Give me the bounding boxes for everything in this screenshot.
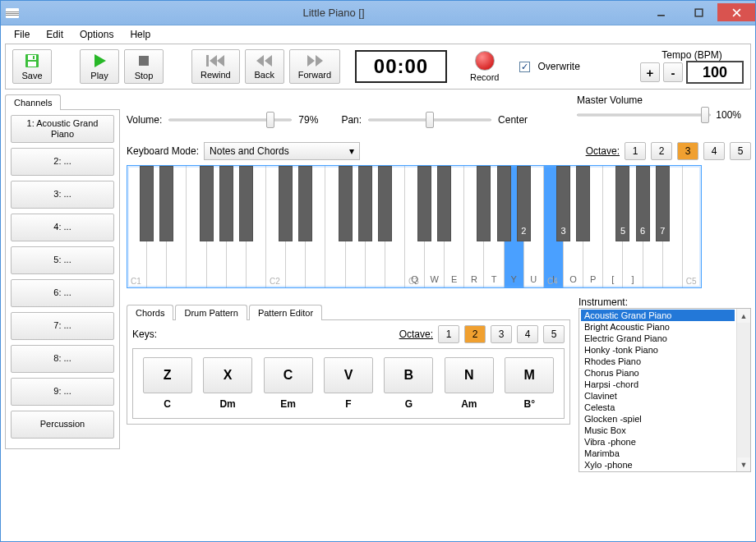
instrument-item[interactable]: Bright Acoustic Piano — [581, 321, 735, 333]
tab-drum-pattern[interactable]: Drum Pattern — [175, 305, 247, 320]
chord-octave-button-2[interactable]: 2 — [464, 325, 486, 343]
channel-button-6[interactable]: 6: ... — [11, 279, 114, 307]
channel-button-3[interactable]: 3: ... — [11, 181, 114, 209]
channel-button-9[interactable]: 9: ... — [11, 378, 114, 406]
black-key[interactable]: 5 — [615, 166, 629, 241]
chord-octave-button-5[interactable]: 5 — [543, 325, 565, 343]
instrument-item[interactable]: Acoustic Grand Piano — [581, 310, 735, 321]
black-key[interactable]: 7 — [656, 166, 670, 241]
black-key[interactable] — [219, 166, 233, 241]
menu-edit[interactable]: Edit — [38, 26, 71, 43]
black-key[interactable] — [200, 166, 214, 241]
black-key[interactable]: 3 — [556, 166, 570, 241]
save-button[interactable]: Save — [12, 49, 52, 84]
chord-note-label: Dm — [203, 398, 252, 410]
instrument-item[interactable]: Clavinet — [581, 390, 735, 402]
black-key[interactable] — [279, 166, 293, 241]
instrument-item[interactable]: Honky -tonk Piano — [581, 344, 735, 356]
tab-chords[interactable]: Chords — [127, 305, 173, 320]
back-button[interactable]: Back — [245, 49, 284, 84]
black-key[interactable] — [159, 166, 173, 241]
chord-key-B[interactable]: B — [384, 357, 433, 393]
chord-key-X[interactable]: X — [203, 357, 252, 393]
black-key[interactable] — [417, 166, 431, 241]
octave-button-3[interactable]: 3 — [677, 142, 698, 160]
menu-options[interactable]: Options — [71, 26, 122, 43]
overwrite-checkbox[interactable]: Overwrite — [519, 61, 580, 72]
save-icon — [24, 53, 40, 69]
instrument-item[interactable]: Xylo -phone — [581, 459, 735, 471]
tab-pattern-editor[interactable]: Pattern Editor — [249, 305, 322, 320]
chord-octave-button-1[interactable]: 1 — [438, 325, 459, 343]
volume-slider[interactable] — [168, 111, 292, 129]
black-key[interactable] — [497, 166, 511, 241]
scroll-down-icon[interactable]: ▼ — [737, 457, 750, 471]
tempo-value[interactable]: 100 — [686, 61, 744, 84]
black-key[interactable] — [358, 166, 372, 241]
channel-button-4[interactable]: 4: ... — [11, 214, 114, 241]
instrument-item[interactable]: Harpsi -chord — [581, 379, 735, 390]
piano-keyboard[interactable]: C1C2C3QWERTYUC4IOP[]C523567 — [127, 165, 702, 288]
octave-button-2[interactable]: 2 — [651, 142, 672, 160]
scrollbar[interactable]: ▲ ▼ — [736, 309, 750, 471]
channel-button-5[interactable]: 5: ... — [11, 246, 114, 274]
octave-button-1[interactable]: 1 — [625, 142, 646, 160]
play-icon — [91, 53, 108, 69]
instrument-item[interactable]: Marimba — [581, 448, 735, 459]
black-key[interactable] — [140, 166, 154, 241]
window-title: Little Piano [] — [25, 7, 642, 19]
octave-button-5[interactable]: 5 — [730, 142, 751, 160]
black-key[interactable] — [298, 166, 312, 241]
keys-label: Keys: — [132, 328, 157, 340]
menu-file[interactable]: File — [6, 26, 38, 43]
channel-button-1[interactable]: 1: Acoustic Grand Piano — [11, 115, 114, 143]
black-key[interactable]: 2 — [517, 166, 531, 241]
chord-key-Z[interactable]: Z — [143, 357, 192, 393]
chord-key-M[interactable]: M — [505, 357, 554, 393]
instrument-item[interactable]: Rhodes Piano — [581, 356, 735, 367]
chord-key-N[interactable]: N — [445, 357, 494, 393]
black-key[interactable] — [378, 166, 392, 241]
minimize-button[interactable] — [642, 3, 680, 21]
chord-key-C[interactable]: C — [264, 357, 313, 393]
instrument-item[interactable]: Electric Grand Piano — [581, 333, 735, 344]
keyboard-mode-select[interactable]: Notes and Chords ▾ — [204, 142, 360, 160]
channel-button-7[interactable]: 7: ... — [11, 312, 114, 340]
channel-button-2[interactable]: 2: ... — [11, 148, 114, 176]
master-volume-slider[interactable] — [577, 106, 711, 124]
instrument-item[interactable]: Chorus Piano — [581, 367, 735, 379]
rewind-button[interactable]: Rewind — [191, 49, 240, 84]
black-key[interactable] — [239, 166, 253, 241]
stop-button[interactable]: Stop — [124, 49, 164, 84]
instrument-item[interactable]: Music Box — [581, 425, 735, 436]
black-key[interactable] — [576, 166, 590, 241]
chord-key-V[interactable]: V — [324, 357, 373, 393]
chord-note-label: B° — [505, 398, 554, 410]
black-key[interactable] — [477, 166, 491, 241]
channel-button-8[interactable]: 8: ... — [11, 345, 114, 373]
channels-tab[interactable]: Channels — [5, 94, 61, 110]
chord-octave-button-3[interactable]: 3 — [491, 325, 512, 343]
maximize-button[interactable] — [680, 3, 717, 21]
keyboard-mode-label: Keyboard Mode: — [127, 145, 199, 157]
channel-button-10[interactable]: Percussion — [11, 411, 114, 439]
play-button[interactable]: Play — [80, 49, 119, 84]
black-key[interactable] — [437, 166, 451, 241]
chord-octave-button-4[interactable]: 4 — [517, 325, 538, 343]
record-button[interactable]: Record — [462, 49, 507, 84]
octave-button-4[interactable]: 4 — [703, 142, 725, 160]
forward-button[interactable]: Forward — [289, 49, 340, 84]
instrument-item[interactable]: Celesta — [581, 402, 735, 413]
pan-slider[interactable] — [368, 111, 491, 129]
instrument-item[interactable]: Glocken -spiel — [581, 413, 735, 425]
instrument-listbox[interactable]: Acoustic Grand PianoBright Acoustic Pian… — [579, 308, 751, 472]
instrument-item[interactable]: Vibra -phone — [581, 436, 735, 448]
menu-help[interactable]: Help — [122, 26, 159, 43]
white-key[interactable]: C5 — [683, 166, 702, 287]
black-key[interactable] — [339, 166, 353, 241]
tempo-minus-button[interactable]: - — [663, 62, 683, 82]
tempo-plus-button[interactable]: + — [640, 62, 660, 82]
black-key[interactable]: 6 — [636, 166, 650, 241]
close-button[interactable] — [717, 3, 755, 21]
scroll-up-icon[interactable]: ▲ — [737, 309, 750, 323]
